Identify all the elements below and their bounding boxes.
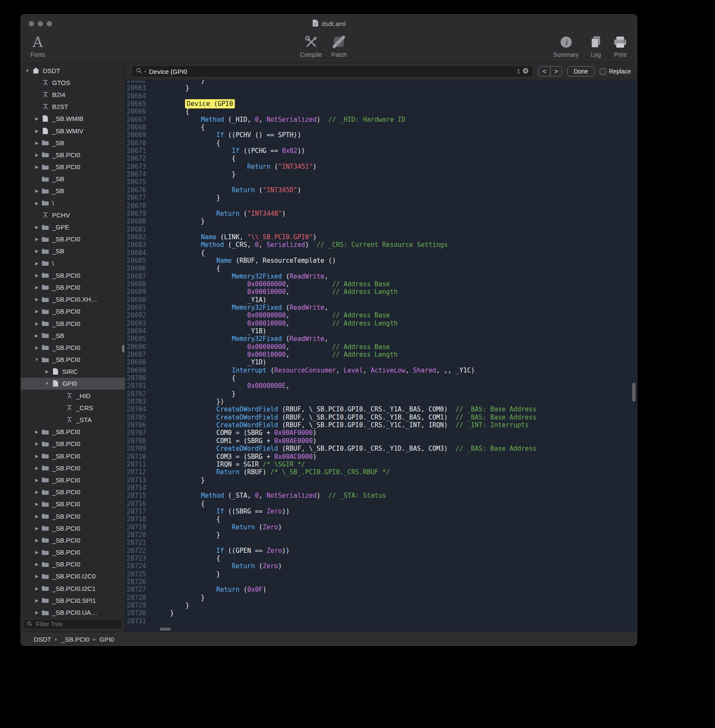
sidebar-item-sbpci0[interactable]: ▶_SB.PCI0 <box>21 546 125 558</box>
sidebar-item-sta[interactable]: _STA <box>21 414 125 426</box>
sidebar-item-b2i4[interactable]: B2I4 <box>21 88 125 100</box>
disclosure-right-icon[interactable]: ▶ <box>33 466 41 470</box>
disclosure-right-icon[interactable]: ▶ <box>33 490 41 494</box>
disclosure-right-icon[interactable]: ▶ <box>33 129 41 133</box>
find-next-button[interactable]: > <box>550 67 562 76</box>
disclosure-right-icon[interactable]: ▶ <box>33 309 41 314</box>
sidebar-item-sbpci0[interactable]: ▶_SB.PCI0 <box>21 426 125 438</box>
breadcrumb-segment[interactable]: _SB.PCI0 <box>61 636 89 643</box>
disclosure-right-icon[interactable]: ▶ <box>33 116 41 121</box>
disclosure-right-icon[interactable]: ▶ <box>43 369 51 374</box>
sidebar-item-sbpci0[interactable]: ▶_SB.PCI0 <box>21 534 125 546</box>
sidebar-item-sbpci0[interactable]: ▶_SB.PCI0 <box>21 462 125 474</box>
find-previous-button[interactable]: < <box>539 67 550 76</box>
sidebar-item-sbpci0[interactable]: ▶_SB.PCI0 <box>21 558 125 570</box>
clear-search-icon[interactable] <box>522 68 529 76</box>
compile-button[interactable]: Compile <box>300 33 322 58</box>
sidebar-item-sbpci0[interactable]: ▶_SB.PCI0 <box>21 498 125 510</box>
sidebar-item-dsdt[interactable]: ▼DSDT <box>21 65 125 76</box>
disclosure-right-icon[interactable]: ▶ <box>33 514 41 519</box>
disclosure-right-icon[interactable]: ▶ <box>33 153 41 157</box>
disclosure-right-icon[interactable]: ▶ <box>33 164 41 169</box>
sidebar-item-sbpci0[interactable]: ▶_SB.PCI0 <box>21 522 125 534</box>
sidebar-scrollbar-thumb[interactable] <box>122 345 124 352</box>
sidebar-item-sbwmiv[interactable]: ▶_SB.WMIV <box>21 125 125 137</box>
disclosure-right-icon[interactable]: ▶ <box>33 141 41 145</box>
disclosure-right-icon[interactable]: ▶ <box>33 261 41 266</box>
sidebar-item-[interactable]: ▶\ <box>21 197 125 209</box>
summary-button[interactable]: i Summary <box>553 33 579 58</box>
disclosure-right-icon[interactable]: ▶ <box>33 454 41 458</box>
sidebar-item-sbpci0[interactable]: ▶_SB.PCI0 <box>21 510 125 522</box>
print-button[interactable]: Print <box>613 33 627 58</box>
disclosure-right-icon[interactable]: ▶ <box>33 610 41 615</box>
disclosure-right-icon[interactable]: ▶ <box>33 586 41 591</box>
sidebar-item-sbpci0[interactable]: ▶_SB.PCI0 <box>21 450 125 462</box>
sidebar-item-sb[interactable]: _SB <box>21 173 125 185</box>
disclosure-right-icon[interactable]: ▶ <box>33 562 41 567</box>
done-button[interactable]: Done <box>567 66 594 76</box>
sidebar-item-sbpci0[interactable]: ▶_SB.PCI0 <box>21 341 125 353</box>
disclosure-right-icon[interactable]: ▶ <box>33 249 41 253</box>
replace-checkbox[interactable] <box>600 68 606 75</box>
sidebar-item-sb[interactable]: ▶_SB <box>21 245 125 257</box>
disclosure-right-icon[interactable]: ▶ <box>33 273 41 278</box>
find-input[interactable] <box>148 68 515 76</box>
sidebar-item-pchv[interactable]: PCHV <box>21 209 125 221</box>
sidebar-item-sbpci0spi1[interactable]: ▶_SB.PCI0.SPI1 <box>21 594 125 606</box>
close-button[interactable] <box>29 21 34 26</box>
breadcrumb-segment[interactable]: DSDT <box>34 636 51 643</box>
disclosure-right-icon[interactable]: ▶ <box>33 550 41 555</box>
disclosure-right-icon[interactable]: ▶ <box>33 285 41 290</box>
breadcrumb-segment[interactable]: GPI0 <box>100 636 114 643</box>
disclosure-right-icon[interactable]: ▶ <box>33 478 41 482</box>
sidebar-item-sbpci0[interactable]: ▶_SB.PCI0 <box>21 269 125 281</box>
minimize-button[interactable] <box>38 21 43 26</box>
sidebar-item-b2st[interactable]: B2ST <box>21 101 125 113</box>
sidebar-item-sbpci0[interactable]: ▼_SB.PCI0 <box>21 354 125 366</box>
sidebar-item-crs[interactable]: _CRS <box>21 402 125 414</box>
disclosure-right-icon[interactable]: ▶ <box>33 188 41 193</box>
sidebar-item-sbpci0[interactable]: ▶_SB.PCI0 <box>21 317 125 329</box>
log-button[interactable]: Log <box>589 33 603 58</box>
sidebar-item-[interactable]: ▶\ <box>21 257 125 269</box>
sidebar-item-sbpci0i2c0[interactable]: ▶_SB.PCI0.I2C0 <box>21 570 125 582</box>
sidebar-item-sbwmib[interactable]: ▶_SB.WMIB <box>21 113 125 125</box>
sidebar-item-gpe[interactable]: ▶_GPE <box>21 221 125 233</box>
sidebar-item-sbpci0[interactable]: ▶_SB.PCI0 <box>21 438 125 450</box>
sidebar-item-sbpci0i2c1[interactable]: ▶_SB.PCI0.I2C1 <box>21 582 125 594</box>
disclosure-right-icon[interactable]: ▶ <box>33 201 41 205</box>
disclosure-right-icon[interactable]: ▶ <box>33 237 41 241</box>
patch-button[interactable]: Patch <box>331 33 347 58</box>
disclosure-down-icon[interactable]: ▼ <box>23 68 31 73</box>
disclosure-right-icon[interactable]: ▶ <box>33 598 41 603</box>
sidebar-item-gpi0[interactable]: ▼GPI0 <box>21 378 125 390</box>
sidebar-item-sirc[interactable]: ▶SIRC <box>21 366 125 378</box>
horizontal-scrollbar-thumb[interactable] <box>160 628 171 631</box>
sidebar-item-sbpci0[interactable]: ▶_SB.PCI0 <box>21 486 125 498</box>
disclosure-right-icon[interactable]: ▶ <box>33 538 41 543</box>
disclosure-right-icon[interactable]: ▶ <box>33 526 41 531</box>
disclosure-right-icon[interactable]: ▶ <box>33 429 41 434</box>
sidebar-item-sbpci0[interactable]: ▶_SB.PCI0 <box>21 281 125 293</box>
sidebar-item-sbpci0ua[interactable]: ▶_SB.PCI0.UA… <box>21 606 125 618</box>
sidebar-item-sbpci0[interactable]: ▶_SB.PCI0 <box>21 161 125 173</box>
sidebar-item-sbpci0[interactable]: ▶_SB.PCI0 <box>21 149 125 161</box>
search-menu-caret-icon[interactable]: ▾ <box>144 70 146 73</box>
code-editor[interactable]: 20662 }20663 }2066420665 Device (GPI0206… <box>126 80 637 632</box>
sidebar-item-sbpci0[interactable]: ▶_SB.PCI0 <box>21 305 125 317</box>
disclosure-right-icon[interactable]: ▶ <box>33 321 41 326</box>
replace-toggle[interactable]: Replace <box>600 68 631 75</box>
fonts-button[interactable]: A Fonts <box>30 33 45 58</box>
sidebar-item-hid[interactable]: _HID <box>21 390 125 402</box>
disclosure-right-icon[interactable]: ▶ <box>33 574 41 578</box>
sidebar-item-sb[interactable]: ▶_SB <box>21 329 125 341</box>
zoom-button[interactable] <box>47 21 52 26</box>
sidebar-item-gtos[interactable]: GTOS <box>21 76 125 88</box>
vertical-scrollbar-thumb[interactable] <box>632 383 636 402</box>
disclosure-right-icon[interactable]: ▶ <box>33 225 41 229</box>
disclosure-right-icon[interactable]: ▶ <box>33 333 41 338</box>
sidebar-item-sbpci0[interactable]: ▶_SB.PCI0 <box>21 474 125 486</box>
disclosure-right-icon[interactable]: ▶ <box>33 441 41 446</box>
disclosure-down-icon[interactable]: ▼ <box>43 381 51 386</box>
